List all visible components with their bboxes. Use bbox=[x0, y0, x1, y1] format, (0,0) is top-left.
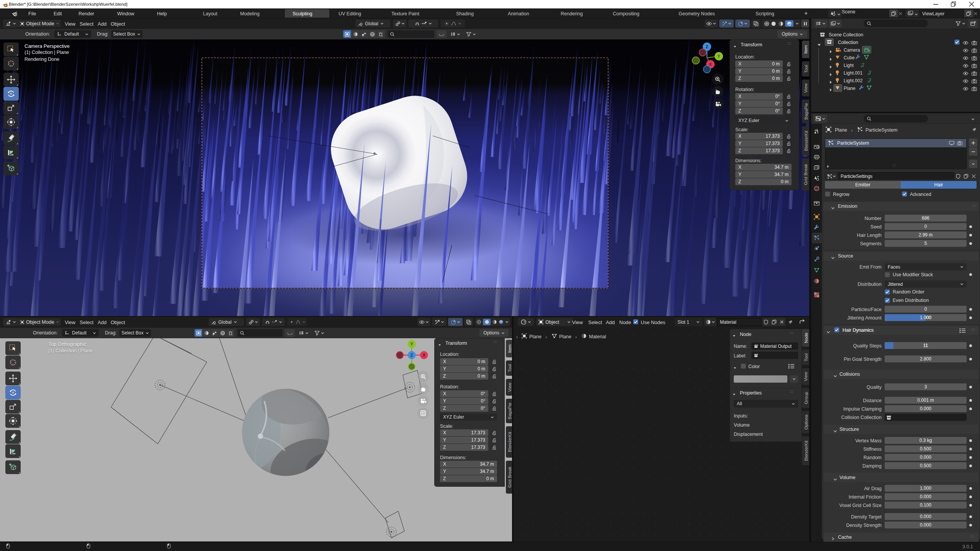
svg-text:Y: Y bbox=[410, 342, 413, 346]
svg-text:Z: Z bbox=[411, 353, 413, 357]
svg-text:Y: Y bbox=[717, 54, 720, 59]
svg-text:X: X bbox=[422, 353, 425, 357]
svg-text:Z: Z bbox=[706, 44, 708, 49]
svg-text:X: X bbox=[709, 62, 712, 67]
